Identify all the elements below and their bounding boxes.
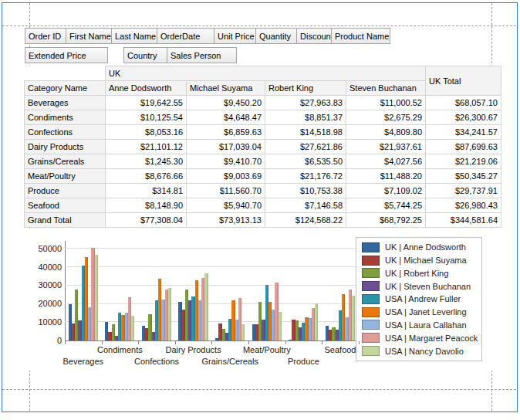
field-unit-price[interactable]: Unit Price — [214, 28, 256, 44]
pivot-row-area-header[interactable]: Category Name — [25, 81, 106, 96]
x-tick-mark — [102, 341, 103, 344]
legend-item-uk-steven-buchanan: UK | Steven Buchanan — [362, 280, 481, 292]
pivot-filter-fields-row: Order IDFirst NameLast NameOrderDateUnit… — [25, 28, 390, 44]
pivot-cell-seafood-robert-king[interactable]: $7,146.58 — [265, 198, 346, 213]
field-first-name[interactable]: First Name — [66, 28, 112, 44]
pivot-column-header-steven-buchanan[interactable]: Steven Buchanan — [346, 81, 426, 96]
legend-label-usa-nancy-davolio: USA | Nancy Davolio — [385, 347, 464, 356]
pivot-row-header-produce[interactable]: Produce — [25, 184, 106, 198]
pivot-cell-produce-michael-suyama[interactable]: $11,560.70 — [187, 184, 265, 198]
y-tick-label-20000: 20000 — [29, 299, 62, 309]
pivot-cell-seafood-anne-dodsworth[interactable]: $8,148.90 — [106, 198, 187, 213]
legend-item-uk-anne-dodsworth: UK | Anne Dodsworth — [362, 242, 481, 253]
pivot-cell-dairy-products-robert-king[interactable]: $27,621.86 — [265, 140, 346, 154]
pivot-cell-grand-total-michael-suyama[interactable]: $73,913.13 — [187, 213, 265, 228]
pivot-row-header-dairy-products[interactable]: Dairy Products — [25, 140, 106, 154]
pivot-cell-seafood-steven-buchanan[interactable]: $5,744.25 — [346, 198, 426, 213]
pivot-cell-produce-robert-king[interactable]: $10,753.38 — [265, 184, 346, 198]
chart-gridline-30000 — [65, 285, 359, 286]
pivot-cell-grains-cereals-anne-dodsworth[interactable]: $1,245.30 — [106, 154, 187, 169]
y-tick-label-0: 0 — [29, 336, 62, 346]
pivot-cell-condiments-uk-total[interactable]: $26,300.67 — [426, 110, 501, 125]
field-sales-person[interactable]: Sales Person — [167, 47, 237, 63]
legend-swatch-uk-anne-dodsworth — [362, 242, 380, 252]
pivot-cell-grains-cereals-steven-buchanan[interactable]: $4,027.56 — [346, 154, 426, 169]
field-discount[interactable]: Discount — [296, 28, 332, 44]
pivot-cell-grains-cereals-robert-king[interactable]: $6,535.50 — [265, 154, 346, 169]
pivot-cell-grains-cereals-uk-total[interactable]: $21,219.06 — [426, 154, 501, 169]
field-order-id[interactable]: Order ID — [25, 28, 66, 44]
pivot-cell-meat-poultry-anne-dodsworth[interactable]: $8,676.66 — [106, 169, 187, 184]
pivot-cell-grand-total-robert-king[interactable]: $124,568.22 — [265, 213, 346, 228]
pivot-cell-grand-total-anne-dodsworth[interactable]: $77,308.04 — [106, 213, 187, 228]
pivot-row-header-condiments[interactable]: Condiments — [25, 110, 106, 125]
legend-swatch-usa-janet-leverling — [362, 307, 380, 317]
x-tick-mark — [175, 341, 176, 344]
pivot-row-header-beverages[interactable]: Beverages — [25, 96, 106, 110]
pivot-cell-meat-poultry-robert-king[interactable]: $21,176.72 — [265, 169, 346, 184]
pivot-column-header-michael-suyama[interactable]: Michael Suyama — [187, 81, 265, 96]
pivot-cell-condiments-robert-king[interactable]: $8,851.37 — [265, 110, 346, 125]
x-tick-mark — [248, 341, 249, 344]
pivot-column-header-robert-king[interactable]: Robert King — [265, 81, 346, 96]
pivot-cell-confections-uk-total[interactable]: $34,241.57 — [426, 125, 501, 140]
pivot-cell-beverages-steven-buchanan[interactable]: $11,000.52 — [346, 96, 426, 110]
pivot-row-header-meat-poultry[interactable]: Meat/Poultry — [25, 169, 106, 184]
pivot-cell-beverages-robert-king[interactable]: $27,963.83 — [265, 96, 346, 110]
pivot-grid-table: UK UK Total Category Name Anne Dodsworth… — [24, 66, 501, 228]
pivot-cell-dairy-products-anne-dodsworth[interactable]: $21,101.12 — [106, 140, 187, 154]
pivot-cell-seafood-uk-total[interactable]: $26,980.43 — [426, 198, 501, 213]
pivot-row-meat-poultry: Meat/Poultry$8,676.66$9,003.69$21,176.72… — [25, 169, 501, 184]
pivot-cell-meat-poultry-steven-buchanan[interactable]: $11,488.20 — [346, 169, 426, 184]
legend-label-uk-steven-buchanan: UK | Steven Buchanan — [385, 282, 471, 291]
pivot-cell-beverages-anne-dodsworth[interactable]: $19,642.55 — [106, 96, 187, 110]
field-product-name[interactable]: Product Name — [331, 28, 390, 44]
pivot-cell-grand-total-uk-total[interactable]: $344,581.64 — [426, 213, 501, 228]
pivot-cell-grains-cereals-michael-suyama[interactable]: $9,410.70 — [187, 154, 265, 169]
legend-label-usa-andrew-fuller: USA | Andrew Fuller — [385, 294, 461, 303]
field-quantity[interactable]: Quantity — [255, 28, 297, 44]
pivot-cell-grand-total-steven-buchanan[interactable]: $68,792.25 — [346, 213, 426, 228]
pivot-cell-meat-poultry-uk-total[interactable]: $50,345.27 — [426, 169, 501, 184]
pivot-cell-beverages-michael-suyama[interactable]: $9,450.20 — [187, 96, 265, 110]
legend-label-uk-robert-king: UK | Robert King — [385, 269, 448, 278]
x-tick-mark — [359, 341, 360, 344]
chart-bar-usa-nancy-davolio-produce — [315, 303, 318, 340]
field-country[interactable]: Country — [123, 47, 167, 63]
pivot-column-header-anne-dodsworth[interactable]: Anne Dodsworth — [106, 81, 187, 96]
pivot-cell-beverages-uk-total[interactable]: $68,057.10 — [426, 96, 501, 110]
chart-bar-usa-nancy-davolio-condiments — [131, 316, 134, 340]
pivot-cell-confections-anne-dodsworth[interactable]: $8,053.16 — [106, 125, 187, 140]
chart-bar-usa-nancy-davolio-confections — [168, 288, 171, 340]
pivot-row-beverages: Beverages$19,642.55$9,450.20$27,963.83$1… — [25, 96, 501, 110]
pivot-cell-confections-robert-king[interactable]: $14,518.98 — [265, 125, 346, 140]
pivot-cell-condiments-michael-suyama[interactable]: $4,648.47 — [187, 110, 265, 125]
pivot-group-header-uk[interactable]: UK — [106, 66, 426, 81]
field-orderdate[interactable]: OrderDate — [157, 28, 214, 44]
pivot-cell-produce-steven-buchanan[interactable]: $7,109.02 — [346, 184, 426, 198]
field-extended-price[interactable]: Extended Price — [25, 47, 108, 63]
pivot-cell-seafood-michael-suyama[interactable]: $5,940.70 — [187, 198, 265, 213]
pivot-grand-total-column-header[interactable]: UK Total — [426, 66, 501, 96]
pivot-row-header-confections[interactable]: Confections — [25, 125, 106, 140]
pivot-cell-condiments-anne-dodsworth[interactable]: $10,125.54 — [106, 110, 187, 125]
legend-item-usa-andrew-fuller: USA | Andrew Fuller — [362, 293, 481, 305]
legend-swatch-usa-laura-callahan — [362, 320, 380, 330]
pivot-cell-condiments-steven-buchanan[interactable]: $2,675.29 — [346, 110, 426, 125]
pivot-cell-produce-uk-total[interactable]: $29,737.91 — [426, 184, 501, 198]
margin-guide-top — [2, 25, 516, 26]
pivot-cell-meat-poultry-michael-suyama[interactable]: $9,003.69 — [187, 169, 265, 184]
pivot-corner-blank — [25, 66, 106, 81]
field-last-name[interactable]: Last Name — [111, 28, 157, 44]
pivot-cell-confections-steven-buchanan[interactable]: $4,809.80 — [346, 125, 426, 140]
pivot-row-header-grains-cereals[interactable]: Grains/Cereals — [25, 154, 106, 169]
pivot-cell-dairy-products-michael-suyama[interactable]: $17,039.04 — [187, 140, 265, 154]
pivot-row-header-seafood[interactable]: Seafood — [25, 198, 106, 213]
pivot-cell-dairy-products-uk-total[interactable]: $87,699.63 — [426, 140, 501, 154]
pivot-cell-produce-anne-dodsworth[interactable]: $314.81 — [106, 184, 187, 198]
pivot-cell-dairy-products-steven-buchanan[interactable]: $21,937.61 — [346, 140, 426, 154]
chart-legend: UK | Anne DodsworthUK | Michael SuyamaUK… — [356, 237, 482, 361]
pivot-row-header-grand-total[interactable]: Grand Total — [25, 213, 106, 228]
pivot-column-fields-row: Country Sales Person — [123, 47, 236, 63]
pivot-cell-confections-michael-suyama[interactable]: $6,859.63 — [187, 125, 265, 140]
